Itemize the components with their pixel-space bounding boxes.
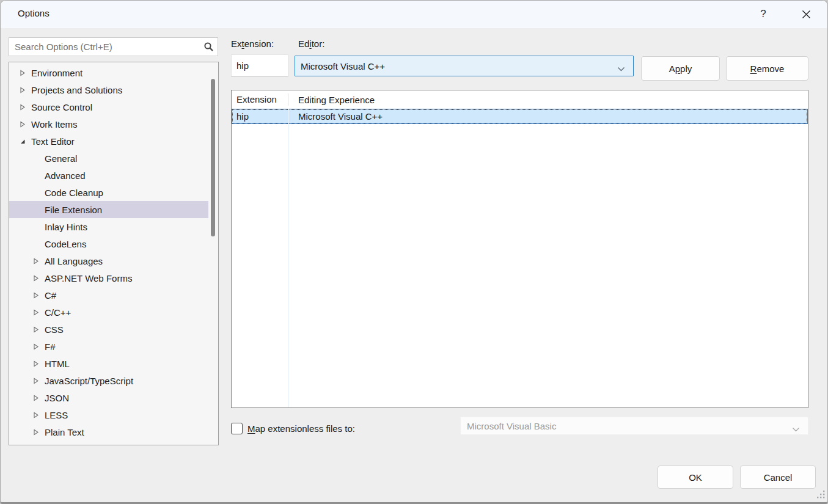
collapsed-triangle-icon[interactable] — [31, 343, 41, 350]
sidebar-item-html[interactable]: HTML — [9, 355, 208, 372]
column-header-extension[interactable]: Extension — [232, 93, 288, 106]
collapsed-triangle-icon[interactable] — [31, 292, 41, 299]
close-button[interactable] — [797, 5, 815, 23]
column-divider — [288, 109, 289, 407]
sidebar-item-plain-text[interactable]: Plain Text — [9, 423, 208, 440]
search-icon[interactable] — [199, 42, 218, 52]
map-extensionless-checkbox[interactable] — [231, 423, 243, 434]
extension-input[interactable] — [231, 54, 288, 77]
sidebar-item-label: HTML — [45, 359, 70, 369]
collapsed-triangle-icon[interactable] — [18, 104, 27, 111]
collapsed-triangle-icon[interactable] — [31, 360, 41, 367]
sidebar-item-label: F# — [45, 341, 56, 352]
sidebar-item-label: Code Cleanup — [45, 188, 103, 198]
cell-extension: hip — [232, 111, 288, 122]
sidebar-item-text-editor[interactable]: Text Editor — [9, 133, 208, 150]
sidebar-item-all-languages[interactable]: All Languages — [9, 252, 208, 269]
collapsed-triangle-icon[interactable] — [18, 70, 27, 76]
column-header-editing-experience[interactable]: Editing Experience — [288, 95, 375, 105]
collapsed-triangle-icon[interactable] — [31, 395, 41, 401]
sidebar-item-label: Inlay Hints — [45, 222, 87, 232]
sidebar-item-c-c-[interactable]: C/C++ — [9, 304, 208, 321]
resize-grip-icon[interactable] — [816, 490, 825, 501]
sidebar-item-label: Plain Text — [45, 427, 84, 437]
collapsed-triangle-icon[interactable] — [18, 87, 27, 93]
sidebar-item-label: Text Editor — [31, 136, 75, 147]
editor-dropdown[interactable]: Microsoft Visual C++ — [295, 56, 634, 76]
sidebar-item-label: Source Control — [31, 102, 92, 112]
search-input[interactable] — [9, 42, 199, 52]
editor-label: Editor: — [298, 38, 324, 49]
sidebar-item-work-items[interactable]: Work Items — [9, 115, 208, 133]
remove-button[interactable]: Remove — [726, 56, 808, 81]
sidebar-item-inlay-hints[interactable]: Inlay Hints — [9, 218, 208, 235]
ok-button[interactable]: OK — [658, 466, 733, 489]
sidebar-item-label: C/C++ — [45, 307, 71, 318]
sidebar-item-label: CSS — [45, 324, 64, 335]
sidebar-item-label: Environment — [31, 68, 82, 78]
sidebar-item-projects-and-solutions[interactable]: Projects and Solutions — [9, 81, 208, 98]
help-icon: ? — [760, 8, 766, 20]
sidebar-item-javascript-typescript[interactable]: JavaScript/TypeScript — [9, 372, 208, 389]
table-row[interactable]: hipMicrosoft Visual C++ — [232, 109, 808, 124]
sidebar-item-label: C# — [45, 290, 56, 301]
collapsed-triangle-icon[interactable] — [18, 121, 27, 128]
titlebar: Options ? — [1, 1, 827, 28]
sidebar-item-environment[interactable]: Environment — [9, 64, 208, 81]
collapsed-triangle-icon[interactable] — [31, 258, 41, 265]
editor-dropdown-value: Microsoft Visual C++ — [301, 61, 385, 71]
window-title: Options — [18, 8, 49, 18]
sidebar-item-source-control[interactable]: Source Control — [9, 98, 208, 115]
chevron-down-icon — [617, 64, 625, 74]
collapsed-triangle-icon[interactable] — [31, 412, 41, 418]
search-options-box — [9, 37, 218, 56]
chevron-down-icon — [792, 424, 800, 434]
sidebar-item-label: File Extension — [45, 205, 102, 215]
sidebar-item-label: LESS — [45, 410, 68, 420]
sidebar-item-advanced[interactable]: Advanced — [9, 167, 208, 184]
sidebar-item-f-[interactable]: F# — [9, 338, 208, 355]
sidebar-item-label: Projects and Solutions — [31, 85, 122, 95]
sidebar-item-label: ASP.NET Web Forms — [45, 273, 132, 283]
sidebar-item-label: Advanced — [45, 170, 86, 181]
sidebar-item-asp-net-web-forms[interactable]: ASP.NET Web Forms — [9, 269, 208, 287]
sidebar-item-label: JSON — [45, 393, 69, 403]
collapsed-triangle-icon[interactable] — [31, 326, 41, 333]
sidebar-item-label: Work Items — [31, 119, 78, 130]
map-extensionless-label: Map extensionless files to: — [247, 423, 355, 434]
sidebar-item-c-[interactable]: C# — [9, 287, 208, 304]
extensionless-editor-dropdown: Microsoft Visual Basic — [460, 417, 808, 435]
sidebar-item-label: All Languages — [45, 256, 103, 266]
options-dialog: Options ? EnvironmentProjects and Soluti… — [0, 0, 828, 504]
extension-table: Extension Editing Experience hipMicrosof… — [231, 90, 808, 408]
expanded-triangle-icon[interactable] — [18, 138, 27, 145]
sidebar-item-css[interactable]: CSS — [9, 321, 208, 338]
apply-button[interactable]: Apply — [641, 56, 720, 81]
extension-label: Extension: — [231, 38, 274, 49]
sidebar-item-code-cleanup[interactable]: Code Cleanup — [9, 184, 208, 201]
sidebar-item-label: CodeLens — [45, 239, 86, 249]
cell-editing-experience: Microsoft Visual C++ — [288, 111, 383, 122]
table-header: Extension Editing Experience — [232, 90, 808, 109]
collapsed-triangle-icon[interactable] — [31, 378, 41, 384]
sidebar-item-file-extension[interactable]: File Extension — [9, 201, 208, 218]
sidebar-item-label: General — [45, 153, 77, 164]
tree-scrollbar-thumb[interactable] — [211, 79, 215, 236]
collapsed-triangle-icon[interactable] — [31, 275, 41, 282]
collapsed-triangle-icon[interactable] — [31, 429, 41, 436]
sidebar-item-less[interactable]: LESS — [9, 406, 208, 423]
help-button[interactable]: ? — [755, 6, 771, 22]
cancel-button[interactable]: Cancel — [740, 466, 816, 489]
collapsed-triangle-icon[interactable] — [31, 309, 41, 316]
sidebar-item-label: JavaScript/TypeScript — [45, 376, 133, 386]
sidebar-item-codelens[interactable]: CodeLens — [9, 235, 208, 252]
sidebar-item-json[interactable]: JSON — [9, 389, 208, 406]
sidebar-item-general[interactable]: General — [9, 150, 208, 167]
options-tree: EnvironmentProjects and SolutionsSource … — [9, 62, 219, 445]
close-icon — [802, 10, 811, 19]
extensionless-editor-value: Microsoft Visual Basic — [467, 421, 556, 431]
